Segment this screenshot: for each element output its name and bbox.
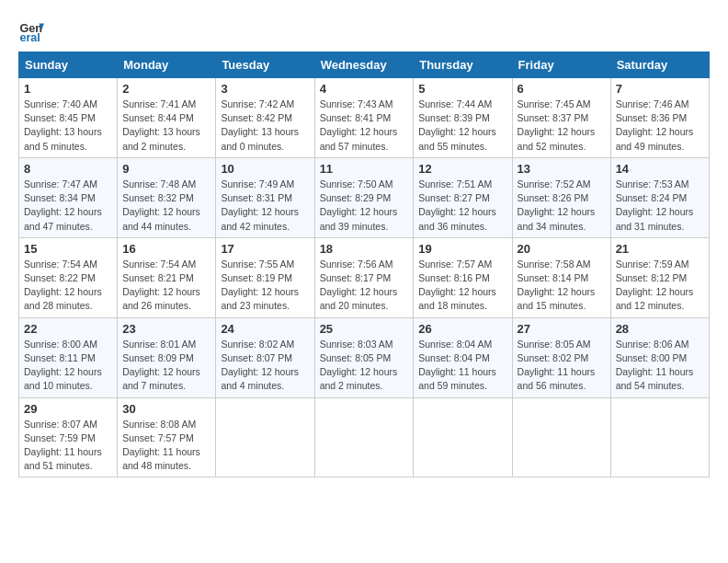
calendar-cell: 3 Sunrise: 7:42 AMSunset: 8:42 PMDayligh… (216, 78, 314, 158)
day-number: 11 (320, 162, 409, 176)
calendar-cell: 25 Sunrise: 8:03 AMSunset: 8:05 PMDaylig… (314, 317, 414, 397)
calendar-cell: 4 Sunrise: 7:43 AMSunset: 8:41 PMDayligh… (314, 78, 414, 158)
calendar-cell: 1 Sunrise: 7:40 AMSunset: 8:45 PMDayligh… (19, 78, 118, 158)
day-number: 25 (320, 322, 409, 336)
calendar-cell: 7 Sunrise: 7:46 AMSunset: 8:36 PMDayligh… (610, 78, 709, 158)
logo: Gen eral (18, 18, 48, 44)
calendar-cell: 10 Sunrise: 7:49 AMSunset: 8:31 PMDaylig… (216, 157, 314, 237)
calendar-cell: 17 Sunrise: 7:55 AMSunset: 8:19 PMDaylig… (216, 237, 314, 317)
calendar-week-row: 22 Sunrise: 8:00 AMSunset: 8:11 PMDaylig… (19, 317, 710, 397)
calendar-cell (314, 397, 414, 477)
calendar-cell: 12 Sunrise: 7:51 AMSunset: 8:27 PMDaylig… (414, 157, 512, 237)
calendar-cell: 11 Sunrise: 7:50 AMSunset: 8:29 PMDaylig… (314, 157, 414, 237)
calendar-week-row: 8 Sunrise: 7:47 AMSunset: 8:34 PMDayligh… (19, 157, 710, 237)
day-number: 30 (122, 402, 210, 416)
day-number: 14 (616, 162, 704, 176)
day-info: Sunrise: 7:58 AMSunset: 8:14 PMDaylight:… (518, 259, 596, 312)
day-info: Sunrise: 8:08 AMSunset: 7:57 PMDaylight:… (122, 419, 200, 472)
day-info: Sunrise: 7:47 AMSunset: 8:34 PMDaylight:… (24, 178, 102, 232)
calendar-cell: 29 Sunrise: 8:07 AMSunset: 7:59 PMDaylig… (19, 397, 118, 477)
day-info: Sunrise: 7:57 AMSunset: 8:16 PMDaylight:… (418, 259, 496, 312)
calendar-cell: 14 Sunrise: 7:53 AMSunset: 8:24 PMDaylig… (610, 157, 709, 237)
day-number: 7 (616, 82, 704, 96)
day-info: Sunrise: 7:46 AMSunset: 8:36 PMDaylight:… (616, 98, 694, 152)
calendar-cell: 30 Sunrise: 8:08 AMSunset: 7:57 PMDaylig… (118, 397, 216, 477)
day-number: 19 (418, 242, 506, 256)
calendar-cell: 19 Sunrise: 7:57 AMSunset: 8:16 PMDaylig… (414, 237, 512, 317)
day-number: 1 (24, 82, 112, 96)
day-number: 4 (320, 82, 409, 96)
calendar-day-header: Thursday (414, 52, 512, 78)
calendar-cell: 18 Sunrise: 7:56 AMSunset: 8:17 PMDaylig… (314, 237, 414, 317)
day-number: 18 (320, 242, 409, 256)
day-number: 27 (518, 322, 606, 336)
day-info: Sunrise: 7:52 AMSunset: 8:26 PMDaylight:… (518, 178, 596, 232)
day-number: 9 (122, 162, 210, 176)
day-info: Sunrise: 7:48 AMSunset: 8:32 PMDaylight:… (122, 178, 200, 232)
calendar-table: SundayMondayTuesdayWednesdayThursdayFrid… (18, 52, 710, 477)
day-info: Sunrise: 7:49 AMSunset: 8:31 PMDaylight:… (221, 178, 299, 232)
day-number: 13 (518, 162, 606, 176)
day-number: 29 (24, 402, 112, 416)
calendar-day-header: Wednesday (314, 52, 414, 78)
day-info: Sunrise: 8:03 AMSunset: 8:05 PMDaylight:… (320, 339, 398, 392)
day-info: Sunrise: 7:44 AMSunset: 8:39 PMDaylight:… (418, 98, 496, 152)
day-info: Sunrise: 7:50 AMSunset: 8:29 PMDaylight:… (320, 178, 398, 232)
day-info: Sunrise: 7:43 AMSunset: 8:41 PMDaylight:… (320, 98, 398, 152)
day-number: 3 (221, 82, 309, 96)
day-number: 17 (221, 242, 309, 256)
day-number: 12 (418, 162, 506, 176)
calendar-cell: 22 Sunrise: 8:00 AMSunset: 8:11 PMDaylig… (19, 317, 118, 397)
day-info: Sunrise: 7:56 AMSunset: 8:17 PMDaylight:… (320, 259, 398, 312)
day-number: 16 (122, 242, 210, 256)
calendar-cell: 8 Sunrise: 7:47 AMSunset: 8:34 PMDayligh… (19, 157, 118, 237)
calendar-day-header: Friday (512, 52, 610, 78)
day-info: Sunrise: 7:41 AMSunset: 8:44 PMDaylight:… (122, 98, 200, 152)
day-info: Sunrise: 7:59 AMSunset: 8:12 PMDaylight:… (616, 259, 694, 312)
day-number: 15 (24, 242, 112, 256)
day-number: 10 (221, 162, 309, 176)
day-info: Sunrise: 8:00 AMSunset: 8:11 PMDaylight:… (24, 339, 102, 392)
day-info: Sunrise: 7:42 AMSunset: 8:42 PMDaylight:… (221, 98, 299, 152)
day-info: Sunrise: 7:40 AMSunset: 8:45 PMDaylight:… (24, 98, 102, 152)
calendar-cell: 15 Sunrise: 7:54 AMSunset: 8:22 PMDaylig… (19, 237, 118, 317)
calendar-cell (512, 397, 610, 477)
calendar-cell: 27 Sunrise: 8:05 AMSunset: 8:02 PMDaylig… (512, 317, 610, 397)
calendar-day-header: Tuesday (216, 52, 314, 78)
day-number: 23 (122, 322, 210, 336)
calendar-cell: 26 Sunrise: 8:04 AMSunset: 8:04 PMDaylig… (414, 317, 512, 397)
calendar-week-row: 1 Sunrise: 7:40 AMSunset: 8:45 PMDayligh… (19, 78, 710, 158)
calendar-cell: 5 Sunrise: 7:44 AMSunset: 8:39 PMDayligh… (414, 78, 512, 158)
day-number: 21 (616, 242, 704, 256)
calendar-cell: 28 Sunrise: 8:06 AMSunset: 8:00 PMDaylig… (610, 317, 709, 397)
page-header: Gen eral (18, 18, 710, 44)
calendar-cell: 23 Sunrise: 8:01 AMSunset: 8:09 PMDaylig… (118, 317, 216, 397)
day-info: Sunrise: 8:02 AMSunset: 8:07 PMDaylight:… (221, 339, 299, 392)
day-info: Sunrise: 7:53 AMSunset: 8:24 PMDaylight:… (616, 178, 694, 232)
day-number: 8 (24, 162, 112, 176)
calendar-cell: 21 Sunrise: 7:59 AMSunset: 8:12 PMDaylig… (610, 237, 709, 317)
day-info: Sunrise: 7:55 AMSunset: 8:19 PMDaylight:… (221, 259, 299, 312)
calendar-cell: 13 Sunrise: 7:52 AMSunset: 8:26 PMDaylig… (512, 157, 610, 237)
calendar-cell (216, 397, 314, 477)
day-number: 26 (418, 322, 506, 336)
calendar-day-header: Sunday (19, 52, 118, 78)
day-number: 28 (616, 322, 704, 336)
calendar-week-row: 15 Sunrise: 7:54 AMSunset: 8:22 PMDaylig… (19, 237, 710, 317)
calendar-week-row: 29 Sunrise: 8:07 AMSunset: 7:59 PMDaylig… (19, 397, 710, 477)
calendar-cell: 24 Sunrise: 8:02 AMSunset: 8:07 PMDaylig… (216, 317, 314, 397)
calendar-cell (610, 397, 709, 477)
calendar-cell: 16 Sunrise: 7:54 AMSunset: 8:21 PMDaylig… (118, 237, 216, 317)
calendar-day-header: Saturday (610, 52, 709, 78)
day-number: 5 (418, 82, 506, 96)
day-info: Sunrise: 8:04 AMSunset: 8:04 PMDaylight:… (418, 339, 496, 392)
day-number: 24 (221, 322, 309, 336)
day-info: Sunrise: 8:07 AMSunset: 7:59 PMDaylight:… (24, 419, 102, 472)
day-number: 6 (518, 82, 606, 96)
calendar-day-header: Monday (118, 52, 216, 78)
calendar-cell: 20 Sunrise: 7:58 AMSunset: 8:14 PMDaylig… (512, 237, 610, 317)
calendar-cell: 9 Sunrise: 7:48 AMSunset: 8:32 PMDayligh… (118, 157, 216, 237)
calendar-cell (414, 397, 512, 477)
day-info: Sunrise: 8:06 AMSunset: 8:00 PMDaylight:… (616, 339, 694, 392)
day-info: Sunrise: 7:51 AMSunset: 8:27 PMDaylight:… (418, 178, 496, 232)
